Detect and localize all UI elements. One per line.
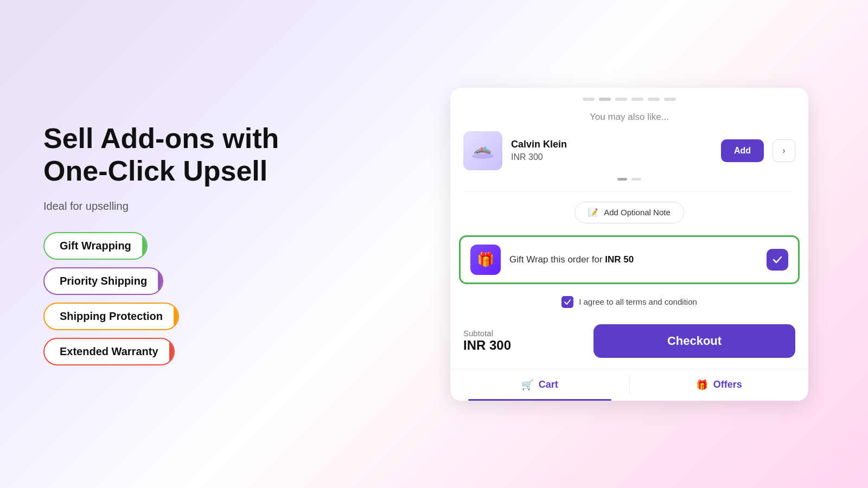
gift-wrap-text: Gift Wrap this order for INR 50 bbox=[509, 254, 758, 265]
product-name: Calvin Klein bbox=[511, 139, 712, 150]
terms-checkmark-icon bbox=[564, 298, 571, 306]
gift-wrap-banner[interactable]: 🎁 Gift Wrap this order for INR 50 bbox=[459, 235, 800, 284]
subtotal-amount: INR 300 bbox=[463, 338, 585, 353]
widget-pagination bbox=[450, 88, 808, 105]
badge-priority-shipping[interactable]: Priority Shipping bbox=[43, 267, 163, 295]
badge-extended-warranty[interactable]: Extended Warranty bbox=[43, 338, 175, 365]
note-section: 📝 Add Optional Note bbox=[450, 192, 808, 233]
svg-point-1 bbox=[477, 152, 478, 153]
dot-5 bbox=[648, 98, 660, 101]
bottom-nav: 🛒 Cart 🎁 Offers bbox=[450, 369, 808, 401]
cart-widget: You may also like... bbox=[450, 88, 808, 401]
add-product-button[interactable]: Add bbox=[721, 139, 764, 162]
checkmark-icon bbox=[772, 254, 783, 265]
right-section: You may also like... bbox=[391, 0, 868, 488]
svg-point-2 bbox=[479, 151, 481, 153]
dot-3 bbox=[615, 98, 627, 101]
badge-gift-wrapping[interactable]: Gift Wrapping bbox=[43, 232, 148, 260]
sneaker-icon bbox=[469, 137, 496, 164]
badge-list: Gift Wrapping Priority Shipping Shipping… bbox=[43, 232, 347, 365]
product-price: INR 300 bbox=[511, 152, 712, 162]
dot-4 bbox=[631, 98, 643, 101]
upsell-title: You may also like... bbox=[463, 112, 795, 123]
upsell-item: Calvin Klein INR 300 Add › bbox=[463, 131, 795, 170]
subtotal-info: Subtotal INR 300 bbox=[463, 329, 585, 353]
add-note-button[interactable]: 📝 Add Optional Note bbox=[575, 202, 684, 223]
badge-shipping-protection[interactable]: Shipping Protection bbox=[43, 303, 179, 330]
udot-1 bbox=[617, 178, 627, 181]
svg-point-0 bbox=[472, 153, 494, 159]
offers-tab[interactable]: 🎁 Offers bbox=[630, 369, 809, 401]
gift-wrap-checkbox[interactable] bbox=[767, 249, 788, 271]
chevron-right-button[interactable]: › bbox=[773, 139, 795, 162]
product-info: Calvin Klein INR 300 bbox=[511, 139, 712, 162]
upsell-pagination bbox=[463, 178, 795, 181]
offers-icon: 🎁 bbox=[696, 379, 708, 391]
udot-2 bbox=[631, 178, 641, 181]
terms-checkbox[interactable] bbox=[561, 296, 573, 308]
gift-icon: 🎁 bbox=[470, 245, 501, 275]
page-title: Sell Add-ons with One-Click Upsell bbox=[43, 123, 347, 188]
note-icon: 📝 bbox=[588, 208, 598, 217]
terms-label: I agree to all terms and condition bbox=[579, 297, 697, 306]
cart-tab[interactable]: 🛒 Cart bbox=[450, 369, 629, 401]
dot-6 bbox=[664, 98, 676, 101]
subtitle: Ideal for upselling bbox=[43, 200, 347, 213]
checkout-button[interactable]: Checkout bbox=[593, 324, 795, 358]
upsell-section: You may also like... bbox=[450, 105, 808, 191]
subtotal-label: Subtotal bbox=[463, 329, 585, 338]
dot-2 bbox=[599, 98, 611, 101]
dot-1 bbox=[583, 98, 595, 101]
terms-section: I agree to all terms and condition bbox=[450, 291, 808, 317]
cart-icon: 🛒 bbox=[521, 379, 533, 391]
checkout-section: Subtotal INR 300 Checkout bbox=[450, 317, 808, 369]
svg-point-3 bbox=[481, 151, 483, 152]
left-section: Sell Add-ons with One-Click Upsell Ideal… bbox=[0, 0, 391, 488]
product-image bbox=[463, 131, 502, 170]
